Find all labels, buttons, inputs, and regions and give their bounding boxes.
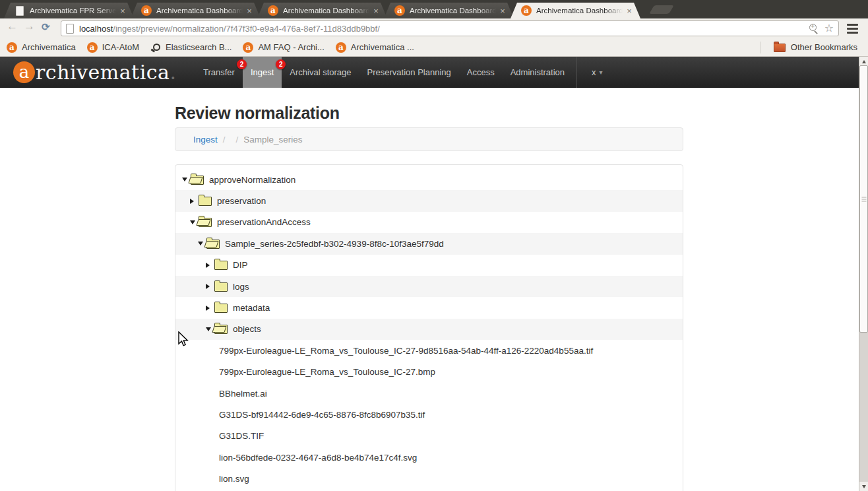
archivematica-favicon-letter: a (9, 42, 15, 53)
tab-favicon-icon: a (521, 5, 532, 16)
tree-item-label: lion-56bdfede-0232-4647-a6d8-be4b74e17c4… (219, 453, 417, 463)
expand-toggle-icon[interactable] (190, 199, 196, 204)
nav-item-archival-storage[interactable]: Archival storage (282, 57, 359, 88)
archivematica-favicon-letter: a (338, 42, 344, 53)
bookmarks-folder-icon (774, 44, 786, 52)
tree-row-file[interactable]: lion-56bdfede-0232-4647-a6d8-be4b74e17c4… (175, 447, 683, 468)
bookmark-label: AM FAQ - Archi... (258, 42, 324, 52)
tab-title: Archivematica Dashboard (410, 7, 496, 15)
expand-toggle-icon[interactable] (206, 284, 212, 289)
triangle-glyph (206, 284, 210, 289)
expand-toggle-icon[interactable] (182, 178, 188, 181)
tree-row[interactable]: approveNormalization (175, 169, 683, 190)
page-scrollbar[interactable] (859, 57, 868, 491)
scroll-down-button[interactable] (859, 482, 868, 491)
tree-row[interactable]: metadata (175, 297, 683, 318)
nav-item-x[interactable]: x ▾ (584, 57, 611, 88)
tab-title: Archivematica FPR Server (30, 7, 116, 15)
new-tab-button[interactable] (649, 5, 674, 14)
archivematica-favicon-letter: a (90, 42, 95, 53)
tree-item-label: 799px-Euroleague-LE_Roma_vs_Toulouse_IC-… (219, 346, 593, 356)
bookmark-star-icon[interactable]: ☆ (824, 23, 834, 34)
tree-item-label: preservation (217, 196, 266, 206)
expand-toggle-icon[interactable] (206, 263, 212, 268)
tab-close-icon[interactable]: × (371, 7, 381, 15)
browser-menu-icon[interactable] (847, 24, 858, 34)
tree-item-label: Sample_series-2c5fedbf-b302-4939-8f8c-10… (225, 239, 444, 249)
logo-a-icon: a (13, 61, 35, 83)
tree-row[interactable]: preservationAndAccess (175, 212, 683, 233)
tab-close-icon[interactable]: × (625, 7, 634, 15)
main-nav: Transfer 2 Ingest 2 Archival storage Pre… (195, 57, 611, 88)
normalization-tree-panel: approveNormalization preservation preser… (175, 164, 683, 491)
browser-tab[interactable]: a Archivematica Dashboard × (131, 3, 261, 18)
expand-toggle-icon[interactable] (190, 220, 196, 224)
scrollbar-thumb[interactable] (859, 65, 868, 333)
bookmark-item[interactable]: Elasticsearch B... (150, 42, 232, 53)
nav-item-ingest[interactable]: Ingest 2 (243, 57, 282, 88)
nav-item-administration[interactable]: Administration (503, 57, 573, 88)
tree-row-file[interactable]: 799px-Euroleague-LE_Roma_vs_Toulouse_IC-… (175, 340, 683, 361)
logo-period: . (170, 61, 176, 84)
nav-divider (576, 57, 577, 88)
tree-row[interactable]: objects (175, 319, 683, 340)
nav-item-label: Access (467, 67, 495, 77)
browser-tab[interactable]: a Archivematica Dashboard × (511, 3, 640, 18)
url-text[interactable]: localhost/ingest/preview/normalization/7… (79, 24, 808, 34)
scroll-up-button[interactable] (859, 57, 868, 66)
folder-icon (191, 176, 204, 185)
bookmark-item[interactable]: a Archivematica (7, 42, 76, 53)
bookmark-item[interactable]: a Archivematica ... (336, 42, 414, 53)
folder-icon (214, 261, 228, 270)
tree-row-file[interactable]: G31DS-bf914442-6de9-4c65-8876-8fc8b6907b… (175, 404, 683, 425)
triangle-glyph (198, 242, 203, 246)
tab-bar: a Archivematica FPR Server × a Archivema… (0, 0, 868, 18)
tree-item-label: objects (233, 324, 261, 334)
address-bar[interactable]: localhost/ingest/preview/normalization/7… (61, 20, 839, 36)
bookmark-item[interactable]: a ICA-AtoM (87, 42, 139, 53)
archivematica-logo[interactable]: archivematica. (13, 61, 176, 84)
zoom-handle (814, 30, 818, 34)
other-bookmarks-button[interactable]: Other Bookmarks (760, 42, 861, 53)
tab-close-icon[interactable]: × (245, 7, 254, 15)
zoom-icon[interactable]: + (808, 23, 819, 34)
tree-row-file[interactable]: 799px-Euroleague-LE_Roma_vs_Toulouse_IC-… (175, 362, 683, 383)
tab-close-icon[interactable]: × (498, 7, 507, 15)
tree-row[interactable]: DIP (175, 255, 683, 276)
nav-item-transfer[interactable]: Transfer 2 (195, 57, 243, 88)
triangle-glyph (190, 220, 195, 224)
nav-item-label: Preservation Planning (367, 67, 451, 77)
back-button-icon[interactable]: ← (7, 20, 18, 33)
forward-button-icon[interactable]: → (24, 20, 35, 33)
tree-row[interactable]: logs (175, 276, 683, 297)
tab-favicon-icon: a (394, 5, 405, 16)
browser-tab[interactable]: a Archivematica Dashboard × (384, 3, 514, 18)
bookmark-favicon-icon (150, 42, 161, 53)
bookmark-item[interactable]: a AM FAQ - Archi... (243, 42, 324, 53)
browser-tab[interactable]: a Archivematica Dashboard × (257, 3, 387, 18)
reload-button-icon[interactable]: ⟳ (42, 21, 50, 33)
tree-row[interactable]: Sample_series-2c5fedbf-b302-4939-8f8c-10… (175, 233, 683, 254)
nav-item-preservation-planning[interactable]: Preservation Planning (359, 57, 459, 88)
expand-toggle-icon[interactable] (206, 306, 212, 311)
folder-icon (214, 325, 228, 334)
tree-item-label: 799px-Euroleague-LE_Roma_vs_Toulouse_IC-… (219, 367, 435, 377)
browser-tab[interactable]: a Archivematica FPR Server × (4, 3, 134, 18)
archivematica-header: archivematica. Transfer 2 Ingest 2 Archi… (0, 57, 859, 88)
expand-toggle-icon[interactable] (198, 242, 204, 246)
tree-item-label: logs (233, 282, 249, 292)
chevron-down-icon: ▾ (600, 69, 603, 76)
tree-row[interactable]: preservation (175, 190, 683, 211)
mouse-cursor (177, 331, 190, 347)
expand-toggle-icon[interactable] (206, 327, 212, 331)
tree-row-file[interactable]: G31DS.TIF (175, 426, 683, 447)
breadcrumb-ingest-link[interactable]: Ingest (193, 135, 218, 145)
archivematica-favicon-letter: a (246, 42, 251, 53)
tree-row-file[interactable]: lion.svg (175, 468, 683, 489)
nav-item-access[interactable]: Access (459, 57, 503, 88)
tree-row-file[interactable]: BBhelmet.ai (175, 383, 683, 404)
folder-icon (214, 282, 228, 292)
tab-close-icon[interactable]: × (118, 7, 127, 15)
breadcrumb-current: Sample_series (243, 135, 302, 145)
url-path: /ingest/preview/normalization/7f47f3f0-e… (113, 24, 379, 34)
